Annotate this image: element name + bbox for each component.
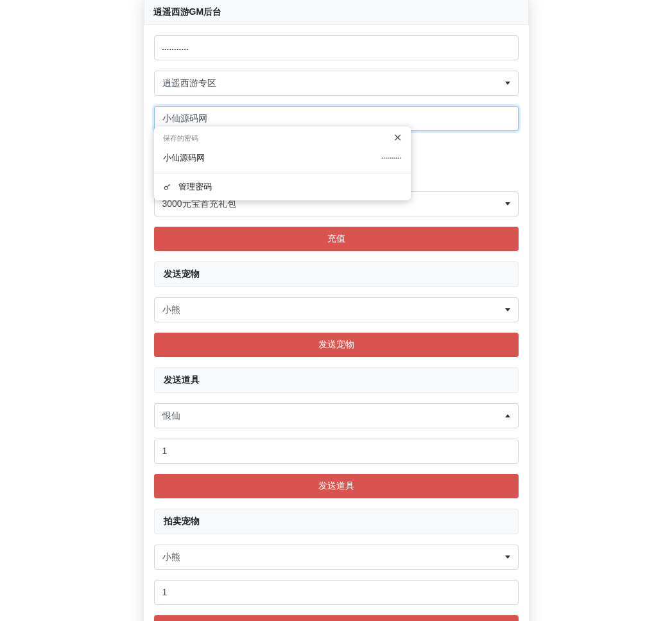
recharge-button[interactable]: 充值 <box>154 227 519 251</box>
close-icon[interactable]: ✕ <box>393 133 402 143</box>
popup-header: 保存的密码 ✕ <box>154 127 411 146</box>
popup-title: 保存的密码 <box>163 134 198 143</box>
chevron-down-icon <box>505 202 510 206</box>
send-pet-value: 小熊 <box>162 303 180 317</box>
admin-panel: 逍遥西游GM后台 ••••••••••• 逍遥西游专区 小仙源码网 保存的密码 … <box>144 0 529 621</box>
send-pet-button[interactable]: 发送宠物 <box>154 333 519 357</box>
send-pet-select[interactable]: 小熊 <box>154 297 519 322</box>
svg-point-0 <box>164 186 168 189</box>
saved-password-item[interactable]: 小仙源码网 •••••••••• <box>154 146 411 173</box>
send-item-section-title: 发送道具 <box>154 367 519 393</box>
key-icon <box>163 182 172 191</box>
chevron-down-icon <box>505 555 510 559</box>
password-manager-popup: 保存的密码 ✕ 小仙源码网 •••••••••• 管理密码 <box>154 127 411 200</box>
manage-passwords-button[interactable]: 管理密码 <box>154 173 411 200</box>
username-value: 小仙源码网 <box>162 113 207 123</box>
auction-pet-quantity-value: 1 <box>162 587 168 597</box>
send-item-quantity-input[interactable]: 1 <box>154 439 519 464</box>
region-value: 逍遥西游专区 <box>162 76 216 90</box>
content-area: ••••••••••• 逍遥西游专区 小仙源码网 保存的密码 ✕ 小仙源码网 •… <box>144 25 529 621</box>
chevron-up-icon <box>505 414 510 417</box>
page-title: 逍遥西游GM后台 <box>144 0 529 25</box>
auction-pet-quantity-input[interactable]: 1 <box>154 580 519 605</box>
manage-passwords-label: 管理密码 <box>178 181 212 193</box>
send-pet-section-title: 发送宠物 <box>154 261 519 287</box>
send-item-select[interactable]: 恨仙 <box>154 403 519 428</box>
saved-username: 小仙源码网 <box>163 152 205 164</box>
password-value: ••••••••••• <box>162 46 189 52</box>
auction-pet-section-title: 拍卖宠物 <box>154 509 519 534</box>
send-item-quantity-value: 1 <box>162 446 168 456</box>
auction-pet-select[interactable]: 小熊 <box>154 545 519 570</box>
send-item-button[interactable]: 发送道具 <box>154 474 519 498</box>
saved-password-dots: •••••••••• <box>381 156 401 160</box>
region-select[interactable]: 逍遥西游专区 <box>154 71 519 96</box>
chevron-down-icon <box>505 82 510 85</box>
send-item-value: 恨仙 <box>162 409 180 423</box>
password-input[interactable]: ••••••••••• <box>154 35 519 60</box>
auction-pet-button[interactable]: 拍卖宠物 <box>154 615 519 621</box>
auction-pet-value: 小熊 <box>162 550 180 564</box>
chevron-down-icon <box>505 308 510 311</box>
